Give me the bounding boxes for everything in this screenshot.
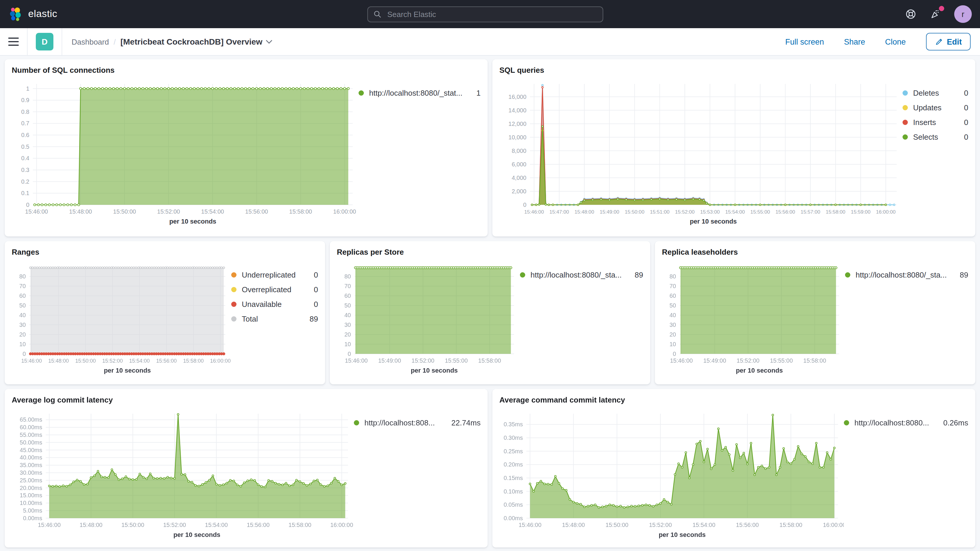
svg-text:30: 30 [19,322,26,328]
svg-text:15:56:00: 15:56:00 [775,209,795,215]
svg-text:10: 10 [670,341,676,347]
svg-text:15:54:00: 15:54:00 [725,209,745,215]
svg-text:20: 20 [19,331,26,338]
edit-button[interactable]: Edit [926,33,970,51]
svg-text:15:46:00: 15:46:00 [524,209,544,215]
chart-sql-connections[interactable]: 00.10.20.30.40.50.60.70.80.9115:46:0015:… [12,79,358,227]
chart-canvas[interactable]: 0102030405060708015:46:0015:48:0015:50:0… [12,261,231,376]
svg-text:15:55:00: 15:55:00 [445,357,468,364]
legend-label: Updates [913,103,958,112]
menu-icon[interactable] [8,38,19,46]
dashboard-badge-letter: D [42,37,48,46]
svg-text:15:49:00: 15:49:00 [378,357,401,364]
svg-text:45.00ms: 45.00ms [20,447,42,453]
legend-label: Overreplicated [242,285,308,294]
svg-text:15:58:00: 15:58:00 [183,358,204,364]
svg-text:1: 1 [26,85,29,92]
legend-item[interactable]: http://localhost:8080/_sta...89 [520,271,643,279]
legend-item[interactable]: http://localhost:8080/_stat...1 [358,89,480,97]
legend-item[interactable]: Overreplicated0 [231,285,318,294]
svg-text:40: 40 [19,312,26,318]
legend-color-dot [844,420,849,425]
legend-item[interactable]: Underreplicated0 [231,271,318,279]
svg-text:15:56:00: 15:56:00 [245,208,268,215]
elastic-brand[interactable]: elastic [8,6,57,22]
panel-command-commit-latency: Average command commit latency 0.00ms0.0… [492,389,975,548]
svg-text:15.00ms: 15.00ms [20,492,42,498]
full-screen-link[interactable]: Full screen [785,37,824,46]
svg-text:0.00ms: 0.00ms [503,515,523,521]
legend-color-dot [520,272,525,277]
svg-text:15:57:00: 15:57:00 [801,209,820,215]
svg-text:0.2: 0.2 [21,178,29,185]
svg-text:0.10ms: 0.10ms [503,488,523,495]
svg-text:per 10 seconds: per 10 seconds [690,218,737,225]
svg-text:50: 50 [344,302,351,309]
dashboard-badge[interactable]: D [36,33,53,51]
chart-legend: Deletes0Updates0Inserts0Selects0 [902,79,968,227]
legend-label: http://localhost:8080/_sta... [856,271,954,279]
chart-canvas[interactable]: 02,0004,0006,0008,00010,00012,00014,0001… [500,79,902,227]
svg-text:16:00:00: 16:00:00 [330,522,353,528]
svg-text:per 10 seconds: per 10 seconds [173,531,220,538]
top-header-bar: elastic [0,0,980,28]
svg-text:60: 60 [19,293,26,299]
search-input[interactable] [386,9,597,19]
chart-legend: http://localhost:8080...0.26ms [844,409,968,540]
share-link[interactable]: Share [844,37,865,46]
chart-canvas[interactable]: 0.00ms5.00ms10.00ms15.00ms20.00ms25.00ms… [12,409,354,540]
celebration-icon [930,9,941,19]
legend-item[interactable]: Inserts0 [902,118,968,127]
chart-canvas[interactable]: 0102030405060708015:46:0015:49:0015:52:0… [337,261,520,376]
legend-value: 0 [964,133,968,142]
legend-value: 1 [477,89,480,97]
svg-text:0.25ms: 0.25ms [503,448,523,454]
legend-item[interactable]: http://localhost:808...22.74ms [354,418,480,427]
page-title-menu[interactable]: [Metricbeat CockroachDB] Overview [120,37,272,46]
chart-canvas[interactable]: 00.10.20.30.40.50.60.70.80.9115:46:0015:… [12,79,358,227]
legend-item[interactable]: Total89 [231,315,318,323]
legend-item[interactable]: Deletes0 [902,89,968,97]
svg-text:15:48:00: 15:48:00 [80,522,102,528]
svg-text:30: 30 [344,322,351,328]
chart-canvas[interactable]: 0102030405060708015:46:0015:49:0015:52:0… [662,261,845,376]
svg-text:2,000: 2,000 [512,188,527,194]
panel-sql-connections: Number of SQL connections 00.10.20.30.40… [5,59,488,236]
legend-value: 0 [314,285,318,294]
legend-item[interactable]: Selects0 [902,133,968,142]
svg-text:per 10 seconds: per 10 seconds [659,531,706,538]
pencil-icon [934,38,943,46]
breadcrumb-dashboard[interactable]: Dashboard [72,37,109,46]
legend-item[interactable]: Updates0 [902,103,968,112]
panel-title: Number of SQL connections [12,65,480,76]
svg-text:15:50:00: 15:50:00 [606,522,628,528]
chart-ranges[interactable]: 0102030405060708015:46:0015:48:0015:50:0… [12,261,231,376]
chart-command-commit-latency[interactable]: 0.00ms0.05ms0.10ms0.15ms0.20ms0.25ms0.30… [500,409,844,540]
legend-item[interactable]: http://localhost:8080...0.26ms [844,418,968,427]
chart-replica-leaseholders[interactable]: 0102030405060708015:46:0015:49:0015:52:0… [662,261,845,376]
svg-text:16:00:00: 16:00:00 [876,209,896,215]
legend-label: http://localhost:808... [364,418,445,427]
user-avatar[interactable]: r [954,5,972,23]
help-button[interactable] [905,8,916,20]
news-feed-button[interactable] [929,8,941,20]
chart-log-commit-latency[interactable]: 0.00ms5.00ms10.00ms15.00ms20.00ms25.00ms… [12,409,354,540]
chart-replicas-per-store[interactable]: 0102030405060708015:46:0015:49:0015:52:0… [337,261,520,376]
chart-sql-queries[interactable]: 02,0004,0006,0008,00010,00012,00014,0001… [500,79,902,227]
svg-text:25.00ms: 25.00ms [20,477,42,484]
svg-text:10.00ms: 10.00ms [20,500,42,506]
svg-text:15:46:00: 15:46:00 [25,208,48,215]
clone-link[interactable]: Clone [885,37,906,46]
legend-item[interactable]: Unavailable0 [231,300,318,309]
svg-text:15:52:00: 15:52:00 [675,209,695,215]
legend-item[interactable]: http://localhost:8080/_sta...89 [845,271,968,279]
svg-text:40: 40 [344,312,351,318]
svg-text:60: 60 [670,293,676,299]
svg-text:15:58:00: 15:58:00 [288,522,311,528]
svg-text:0.1: 0.1 [21,190,29,196]
legend-value: 22.74ms [451,418,480,427]
svg-text:0: 0 [523,202,527,208]
chart-canvas[interactable]: 0.00ms0.05ms0.10ms0.15ms0.20ms0.25ms0.30… [500,409,844,540]
legend-label: http://localhost:8080... [854,418,937,427]
svg-text:55.00ms: 55.00ms [20,432,42,438]
